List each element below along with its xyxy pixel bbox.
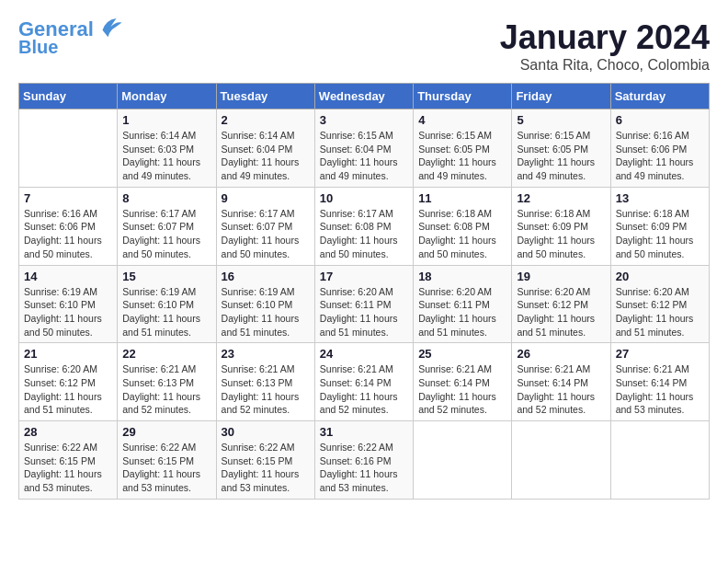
calendar-cell: 18Sunrise: 6:20 AMSunset: 6:11 PMDayligh… <box>414 265 512 343</box>
day-info: Sunrise: 6:16 AMSunset: 6:06 PMDaylight:… <box>616 129 704 183</box>
day-number: 5 <box>517 113 605 127</box>
day-info: Sunrise: 6:21 AMSunset: 6:14 PMDaylight:… <box>616 362 704 417</box>
day-number: 23 <box>222 347 310 361</box>
calendar-cell: 27Sunrise: 6:21 AMSunset: 6:14 PMDayligh… <box>610 343 709 421</box>
week-row-3: 14Sunrise: 6:19 AMSunset: 6:10 PMDayligh… <box>19 265 710 343</box>
subtitle: Santa Rita, Choco, Colombia <box>500 57 710 74</box>
day-info: Sunrise: 6:14 AMSunset: 6:04 PMDaylight:… <box>222 129 310 183</box>
day-number: 12 <box>517 191 605 205</box>
day-header-sunday: Sunday <box>19 84 118 109</box>
day-number: 17 <box>320 270 408 283</box>
day-number: 27 <box>616 347 704 361</box>
calendar-cell: 12Sunrise: 6:18 AMSunset: 6:09 PMDayligh… <box>512 187 610 265</box>
day-number: 2 <box>222 113 310 127</box>
day-number: 25 <box>418 347 506 361</box>
day-info: Sunrise: 6:19 AMSunset: 6:10 PMDaylight:… <box>122 285 210 339</box>
day-number: 6 <box>616 113 704 127</box>
calendar-cell: 21Sunrise: 6:20 AMSunset: 6:12 PMDayligh… <box>19 343 118 421</box>
day-info: Sunrise: 6:22 AMSunset: 6:15 PMDaylight:… <box>222 441 310 495</box>
day-number: 22 <box>122 347 210 361</box>
day-info: Sunrise: 6:15 AMSunset: 6:04 PMDaylight:… <box>320 129 408 183</box>
day-info: Sunrise: 6:20 AMSunset: 6:11 PMDaylight:… <box>418 285 506 339</box>
calendar-cell: 22Sunrise: 6:21 AMSunset: 6:13 PMDayligh… <box>118 343 216 421</box>
day-header-friday: Friday <box>512 84 610 109</box>
calendar-cell: 13Sunrise: 6:18 AMSunset: 6:09 PMDayligh… <box>610 187 709 265</box>
week-row-5: 28Sunrise: 6:22 AMSunset: 6:15 PMDayligh… <box>19 421 710 500</box>
day-info: Sunrise: 6:18 AMSunset: 6:08 PMDaylight:… <box>418 207 506 261</box>
day-info: Sunrise: 6:20 AMSunset: 6:12 PMDaylight:… <box>24 362 112 417</box>
day-number: 21 <box>24 347 112 361</box>
calendar-cell: 5Sunrise: 6:15 AMSunset: 6:05 PMDaylight… <box>512 109 610 188</box>
day-number: 19 <box>517 270 605 283</box>
calendar-cell: 2Sunrise: 6:14 AMSunset: 6:04 PMDaylight… <box>216 109 314 188</box>
day-number: 16 <box>222 270 310 283</box>
day-number: 14 <box>24 270 112 283</box>
day-number: 9 <box>222 191 310 205</box>
week-row-1: 1Sunrise: 6:14 AMSunset: 6:03 PMDaylight… <box>19 109 710 188</box>
day-number: 15 <box>122 270 210 283</box>
day-info: Sunrise: 6:18 AMSunset: 6:09 PMDaylight:… <box>616 207 704 261</box>
calendar-cell: 4Sunrise: 6:15 AMSunset: 6:05 PMDaylight… <box>414 109 512 188</box>
day-number: 7 <box>24 191 112 205</box>
calendar-cell: 8Sunrise: 6:17 AMSunset: 6:07 PMDaylight… <box>118 187 216 265</box>
calendar-cell: 19Sunrise: 6:20 AMSunset: 6:12 PMDayligh… <box>512 265 610 343</box>
calendar-cell: 9Sunrise: 6:17 AMSunset: 6:07 PMDaylight… <box>216 187 314 265</box>
day-number: 30 <box>222 425 310 439</box>
calendar-cell: 31Sunrise: 6:22 AMSunset: 6:16 PMDayligh… <box>314 421 413 500</box>
week-row-2: 7Sunrise: 6:16 AMSunset: 6:06 PMDaylight… <box>19 187 710 265</box>
day-info: Sunrise: 6:17 AMSunset: 6:08 PMDaylight:… <box>320 207 408 261</box>
calendar-cell: 28Sunrise: 6:22 AMSunset: 6:15 PMDayligh… <box>19 421 118 500</box>
calendar-cell <box>414 421 512 500</box>
day-number: 13 <box>616 191 704 205</box>
day-info: Sunrise: 6:21 AMSunset: 6:14 PMDaylight:… <box>517 362 605 417</box>
calendar-cell: 3Sunrise: 6:15 AMSunset: 6:04 PMDaylight… <box>314 109 413 188</box>
day-info: Sunrise: 6:15 AMSunset: 6:05 PMDaylight:… <box>517 129 605 183</box>
day-info: Sunrise: 6:22 AMSunset: 6:15 PMDaylight:… <box>122 441 210 495</box>
day-info: Sunrise: 6:21 AMSunset: 6:13 PMDaylight:… <box>222 362 310 417</box>
calendar-cell: 23Sunrise: 6:21 AMSunset: 6:13 PMDayligh… <box>216 343 314 421</box>
day-info: Sunrise: 6:20 AMSunset: 6:11 PMDaylight:… <box>320 285 408 339</box>
calendar-cell: 11Sunrise: 6:18 AMSunset: 6:08 PMDayligh… <box>414 187 512 265</box>
day-header-wednesday: Wednesday <box>314 84 413 109</box>
calendar-cell: 29Sunrise: 6:22 AMSunset: 6:15 PMDayligh… <box>118 421 216 500</box>
calendar-cell: 14Sunrise: 6:19 AMSunset: 6:10 PMDayligh… <box>19 265 118 343</box>
day-info: Sunrise: 6:15 AMSunset: 6:05 PMDaylight:… <box>418 129 506 183</box>
header-row: SundayMondayTuesdayWednesdayThursdayFrid… <box>19 84 710 109</box>
day-number: 20 <box>616 270 704 283</box>
calendar-cell: 15Sunrise: 6:19 AMSunset: 6:10 PMDayligh… <box>118 265 216 343</box>
day-info: Sunrise: 6:16 AMSunset: 6:06 PMDaylight:… <box>24 207 112 261</box>
day-number: 29 <box>122 425 210 439</box>
day-header-saturday: Saturday <box>610 84 709 109</box>
day-info: Sunrise: 6:14 AMSunset: 6:03 PMDaylight:… <box>122 129 210 183</box>
day-number: 26 <box>517 347 605 361</box>
day-header-tuesday: Tuesday <box>216 84 314 109</box>
calendar-cell: 6Sunrise: 6:16 AMSunset: 6:06 PMDaylight… <box>610 109 709 188</box>
day-number: 11 <box>418 191 506 205</box>
calendar-cell <box>19 109 118 188</box>
day-info: Sunrise: 6:19 AMSunset: 6:10 PMDaylight:… <box>222 285 310 339</box>
calendar-cell: 10Sunrise: 6:17 AMSunset: 6:08 PMDayligh… <box>314 187 413 265</box>
day-number: 31 <box>320 425 408 439</box>
calendar-cell <box>610 421 709 500</box>
day-number: 4 <box>418 113 506 127</box>
day-info: Sunrise: 6:18 AMSunset: 6:09 PMDaylight:… <box>517 207 605 261</box>
day-number: 1 <box>122 113 210 127</box>
day-info: Sunrise: 6:22 AMSunset: 6:15 PMDaylight:… <box>24 441 112 495</box>
calendar-cell: 26Sunrise: 6:21 AMSunset: 6:14 PMDayligh… <box>512 343 610 421</box>
logo: General Blue <box>18 18 123 57</box>
day-number: 28 <box>24 425 112 439</box>
day-number: 24 <box>320 347 408 361</box>
day-number: 18 <box>418 270 506 283</box>
day-info: Sunrise: 6:21 AMSunset: 6:14 PMDaylight:… <box>418 362 506 417</box>
day-header-monday: Monday <box>118 84 216 109</box>
day-info: Sunrise: 6:20 AMSunset: 6:12 PMDaylight:… <box>616 285 704 339</box>
day-info: Sunrise: 6:17 AMSunset: 6:07 PMDaylight:… <box>222 207 310 261</box>
main-title: January 2024 <box>500 18 710 57</box>
day-info: Sunrise: 6:19 AMSunset: 6:10 PMDaylight:… <box>24 285 112 339</box>
day-info: Sunrise: 6:17 AMSunset: 6:07 PMDaylight:… <box>122 207 210 261</box>
calendar-cell: 24Sunrise: 6:21 AMSunset: 6:14 PMDayligh… <box>314 343 413 421</box>
calendar-cell: 7Sunrise: 6:16 AMSunset: 6:06 PMDaylight… <box>19 187 118 265</box>
day-number: 10 <box>320 191 408 205</box>
calendar-cell: 20Sunrise: 6:20 AMSunset: 6:12 PMDayligh… <box>610 265 709 343</box>
day-info: Sunrise: 6:20 AMSunset: 6:12 PMDaylight:… <box>517 285 605 339</box>
